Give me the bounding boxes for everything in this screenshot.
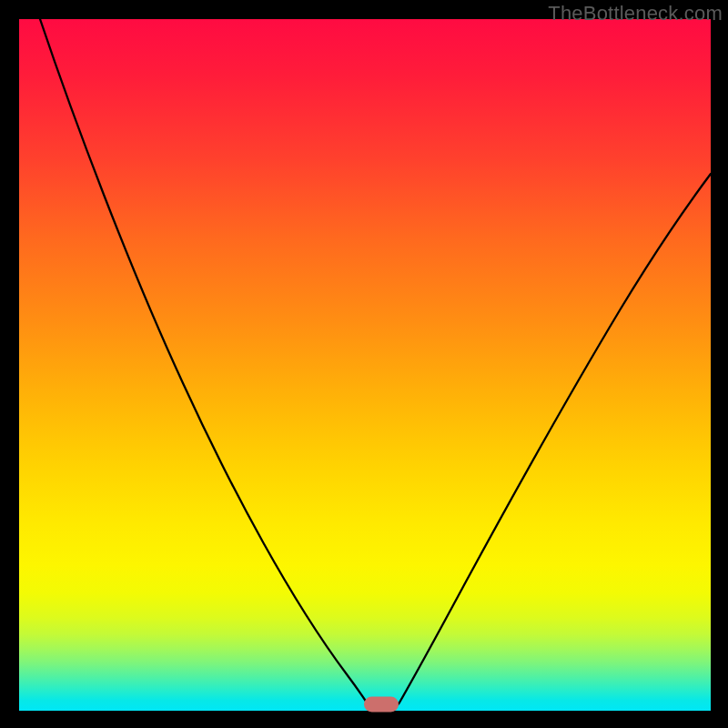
chart-container: TheBottleneck.com bbox=[0, 0, 728, 728]
watermark: TheBottleneck.com bbox=[548, 2, 723, 25]
plot-gradient-background bbox=[19, 19, 711, 711]
optimum-marker bbox=[364, 697, 399, 713]
